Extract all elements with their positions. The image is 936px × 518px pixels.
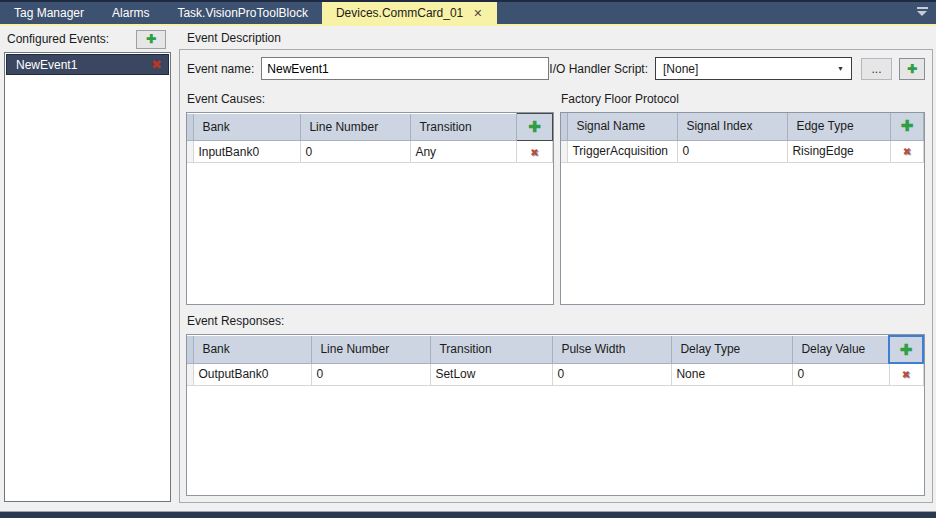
browse-script-button[interactable]: ... — [861, 58, 892, 80]
causes-and-protocol-row: Event Causes: Bank Line Number Transitio… — [186, 92, 925, 305]
row-header-strip — [187, 363, 194, 385]
column-header-signal-index: Signal Index — [678, 113, 788, 140]
table-row: OutputBank0 0 SetLow 0 None 0 ✖ — [187, 363, 923, 385]
event-description-groupbox: Event name: I/O Handler Script: [None] ▼… — [179, 49, 933, 503]
add-script-button[interactable]: ✚ — [899, 58, 925, 80]
plus-icon: ✚ — [907, 63, 917, 75]
event-description-title: Event Description — [187, 31, 933, 45]
list-item-newevent1[interactable]: NewEvent1 ✖ — [6, 54, 169, 75]
event-name-row: Event name: I/O Handler Script: [None] ▼… — [187, 56, 925, 81]
row-header-strip — [187, 336, 194, 363]
cell-delay-value[interactable]: 0 — [793, 363, 889, 385]
event-responses-label: Event Responses: — [187, 314, 925, 328]
row-header-strip — [561, 113, 568, 140]
tab-overflow-icon[interactable] — [916, 7, 928, 16]
event-name-text: NewEvent1 — [16, 58, 77, 72]
bottom-status-bar — [0, 511, 936, 518]
event-causes-section: Event Causes: Bank Line Number Transitio… — [186, 92, 554, 305]
column-header-delay-value: Delay Value — [793, 336, 889, 363]
chevron-down-icon: ▼ — [837, 65, 844, 72]
configured-events-header: Configured Events: ✚ — [3, 28, 172, 48]
cell-pulse-width[interactable]: 0 — [553, 363, 672, 385]
cell-bank[interactable]: OutputBank0 — [194, 363, 312, 385]
tab-label: Devices.CommCard_01 — [336, 6, 463, 20]
row-header-strip — [187, 141, 194, 163]
configured-events-label: Configured Events: — [7, 32, 109, 46]
row-header-strip — [561, 140, 568, 162]
delete-signal-icon[interactable]: ✖ — [891, 140, 924, 162]
cell-bank[interactable]: InputBank0 — [194, 141, 301, 163]
tab-tag-manager[interactable]: Tag Manager — [0, 2, 98, 24]
event-description-panel: Event Description Event name: I/O Handle… — [172, 28, 933, 511]
column-header-transition: Transition — [431, 336, 553, 363]
plus-icon: ✚ — [146, 33, 156, 45]
add-cause-button[interactable]: ✚ — [516, 114, 552, 141]
delete-response-icon[interactable]: ✖ — [889, 363, 923, 385]
cell-line-number[interactable]: 0 — [312, 363, 431, 385]
delete-icon: ✖ — [530, 147, 538, 158]
event-causes-grid-panel: Bank Line Number Transition ✚ InputBank0 — [186, 112, 554, 305]
close-icon[interactable]: ✕ — [473, 8, 482, 19]
tab-devices-commcard-01[interactable]: Devices.CommCard_01 ✕ — [322, 2, 497, 24]
column-header-delay-type: Delay Type — [672, 336, 793, 363]
row-header-strip — [187, 114, 194, 141]
tab-task-visionprotoolblock[interactable]: Task.VisionProToolBlock — [163, 2, 322, 24]
cell-signal-name[interactable]: TriggerAcquisition — [568, 140, 678, 162]
cell-delay-type[interactable]: None — [672, 363, 793, 385]
event-causes-label: Event Causes: — [187, 92, 554, 106]
io-handler-select[interactable]: [None] ▼ — [655, 57, 852, 80]
delete-icon: ✖ — [903, 146, 911, 157]
factory-floor-label: Factory Floor Protocol — [561, 92, 925, 106]
event-responses-table: Bank Line Number Transition Pulse Width … — [187, 335, 924, 386]
delete-cause-icon[interactable]: ✖ — [516, 141, 552, 163]
add-response-button[interactable]: ✚ — [889, 336, 923, 363]
column-header-pulse-width: Pulse Width — [553, 336, 672, 363]
main-content: Configured Events: ✚ NewEvent1 ✖ Event D… — [0, 26, 936, 511]
overflow-bar — [917, 7, 928, 9]
cell-transition[interactable]: Any — [411, 141, 517, 163]
column-header-signal-name: Signal Name — [568, 113, 678, 140]
column-header-bank: Bank — [194, 114, 301, 141]
column-header-line-number: Line Number — [301, 114, 411, 141]
event-responses-grid-panel: Bank Line Number Transition Pulse Width … — [186, 334, 925, 496]
overflow-triangle — [917, 11, 927, 16]
cell-transition[interactable]: SetLow — [431, 363, 553, 385]
event-name-input[interactable] — [261, 57, 549, 80]
plus-icon: ✚ — [901, 117, 914, 134]
factory-floor-grid-panel: Signal Name Signal Index Edge Type ✚ Tri… — [560, 112, 925, 305]
event-causes-table: Bank Line Number Transition ✚ InputBank0 — [187, 113, 553, 163]
column-header-edge-type: Edge Type — [788, 113, 891, 140]
table-row: TriggerAcquisition 0 RisingEdge ✖ — [561, 140, 924, 162]
column-header-bank: Bank — [194, 336, 312, 363]
delete-icon: ✖ — [902, 369, 910, 380]
cell-signal-index[interactable]: 0 — [678, 140, 788, 162]
add-event-button[interactable]: ✚ — [136, 30, 166, 49]
events-listbox[interactable]: NewEvent1 ✖ — [4, 52, 171, 502]
plus-icon: ✚ — [900, 341, 913, 358]
add-signal-button[interactable]: ✚ — [891, 113, 924, 140]
delete-event-icon[interactable]: ✖ — [151, 58, 162, 71]
io-handler-label: I/O Handler Script: — [549, 62, 648, 76]
column-header-line-number: Line Number — [312, 336, 431, 363]
event-name-label: Event name: — [187, 62, 254, 76]
factory-floor-section: Factory Floor Protocol Signal Name Signa… — [560, 92, 925, 305]
cell-line-number[interactable]: 0 — [301, 141, 411, 163]
io-handler-selected-value: [None] — [663, 62, 698, 76]
plus-icon: ✚ — [528, 118, 541, 135]
tab-alarms[interactable]: Alarms — [98, 2, 163, 24]
factory-floor-table: Signal Name Signal Index Edge Type ✚ Tri… — [561, 113, 924, 163]
event-responses-section: Event Responses: Bank Line Number Transi… — [186, 305, 925, 496]
tab-bar: Tag Manager Alarms Task.VisionProToolBlo… — [0, 0, 936, 24]
column-header-transition: Transition — [411, 114, 517, 141]
table-row: InputBank0 0 Any ✖ — [187, 141, 553, 163]
configured-events-panel: Configured Events: ✚ NewEvent1 ✖ — [3, 28, 172, 511]
cell-edge-type[interactable]: RisingEdge — [788, 140, 891, 162]
